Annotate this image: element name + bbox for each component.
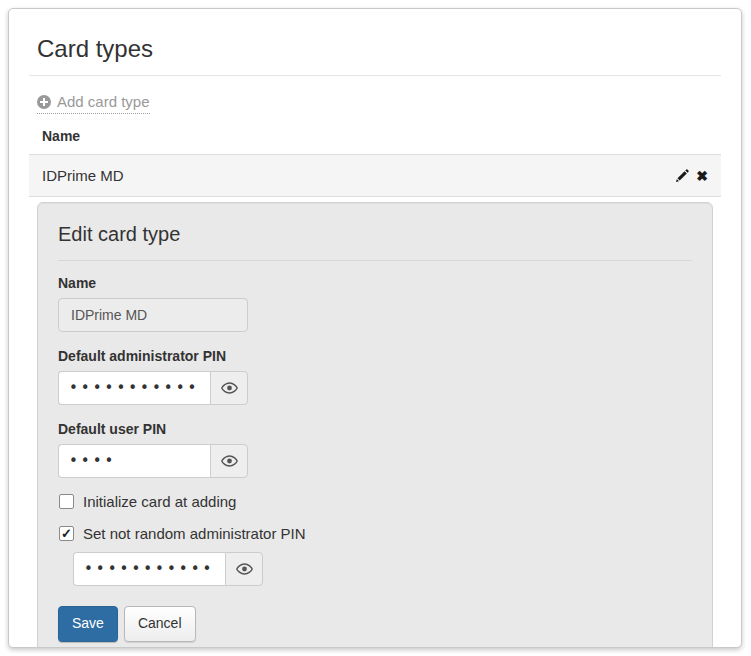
set-not-random-pin-checkbox-label: Set not random administrator PIN — [83, 525, 306, 542]
initialize-card-checkbox-label: Initialize card at adding — [83, 493, 236, 510]
name-field-label: Name — [58, 275, 692, 291]
not-random-admin-pin-field[interactable] — [73, 552, 225, 586]
edit-card-type-panel: Edit card type Name Default administrato… — [37, 202, 713, 648]
eye-icon — [221, 455, 238, 467]
not-random-admin-pin-group — [73, 552, 263, 586]
form-buttons: Save Cancel — [58, 606, 692, 642]
table-column-header-name: Name — [29, 114, 721, 154]
not-random-admin-pin-reveal-button[interactable] — [225, 552, 263, 586]
set-not-random-pin-checkbox[interactable] — [59, 526, 74, 541]
admin-pin-label: Default administrator PIN — [58, 348, 692, 364]
user-pin-group — [58, 444, 248, 478]
initialize-card-checkbox[interactable] — [59, 494, 74, 509]
card-types-page: Card types Add card type Name IDPrime MD… — [8, 8, 742, 648]
user-pin-reveal-button[interactable] — [210, 444, 248, 478]
set-not-random-pin-checkbox-row[interactable]: Set not random administrator PIN — [59, 525, 692, 542]
pencil-icon[interactable] — [675, 169, 689, 183]
user-pin-label: Default user PIN — [58, 421, 692, 437]
user-pin-field[interactable] — [58, 444, 210, 478]
admin-pin-field[interactable] — [58, 371, 210, 405]
title-divider — [29, 75, 721, 76]
eye-icon — [221, 382, 238, 394]
row-actions: ✖ — [675, 169, 708, 183]
add-card-type-link[interactable]: Add card type — [37, 93, 150, 114]
save-button[interactable]: Save — [58, 606, 118, 642]
admin-pin-reveal-button[interactable] — [210, 371, 248, 405]
admin-pin-group — [58, 371, 248, 405]
card-type-name: IDPrime MD — [42, 167, 124, 184]
eye-icon — [236, 563, 253, 575]
edit-panel-title: Edit card type — [58, 223, 692, 261]
name-field[interactable] — [58, 298, 248, 332]
add-card-type-label: Add card type — [57, 93, 150, 110]
page-title: Card types — [37, 35, 721, 63]
cancel-button[interactable]: Cancel — [124, 606, 196, 642]
initialize-card-checkbox-row[interactable]: Initialize card at adding — [59, 493, 692, 510]
plus-circle-icon — [37, 95, 51, 109]
table-row: IDPrime MD ✖ — [29, 154, 721, 197]
x-icon[interactable]: ✖ — [696, 169, 708, 183]
